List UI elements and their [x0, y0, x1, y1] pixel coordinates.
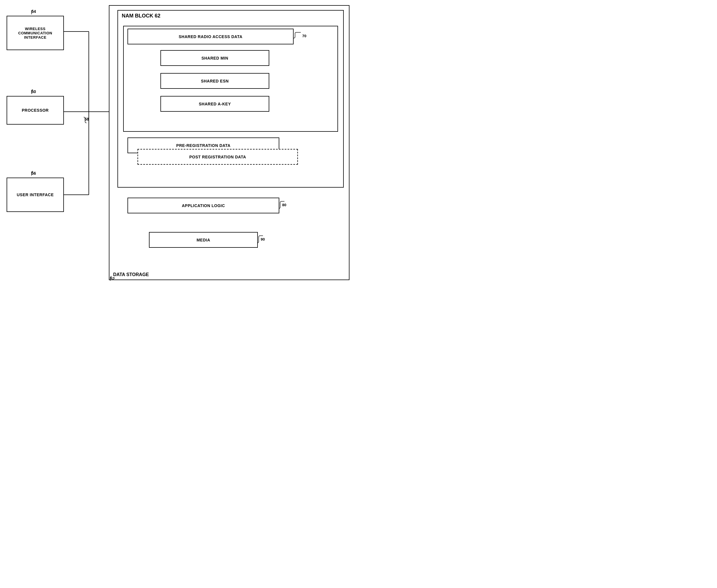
shared-min-box: SHARED MIN [161, 50, 269, 66]
shared-radio-label-box: SHARED RADIO ACCESS DATA [127, 29, 294, 44]
bracket-54 [29, 8, 37, 17]
data-storage-label: DATA STORAGE [113, 272, 149, 277]
bracket-90 [256, 234, 267, 244]
media-box: MEDIA [149, 232, 258, 248]
user-interface-box: USER INTERFACE [6, 177, 64, 212]
shared-akey-box: SHARED A-KEY [161, 96, 269, 112]
bracket-56 [29, 170, 37, 178]
processor-box: PROCESSOR [6, 96, 64, 125]
application-logic-box: APPLICATION LOGIC [127, 197, 279, 213]
wireless-communication-box: WIRELESS COMMUNICATION INTERFACE [6, 16, 64, 50]
diagram: WIRELESS COMMUNICATION INTERFACE 54 PROC… [0, 0, 359, 294]
bracket-50 [29, 88, 37, 97]
nam-block-label: NAM BLOCK 62 [122, 13, 161, 19]
bracket-52 [107, 275, 116, 284]
bracket-80 [277, 200, 289, 210]
post-registration-box: POST REGISTRATION DATA [138, 149, 298, 165]
bracket-70 [292, 31, 307, 40]
shared-esn-box: SHARED ESN [161, 73, 269, 89]
bracket-58 [81, 116, 89, 124]
